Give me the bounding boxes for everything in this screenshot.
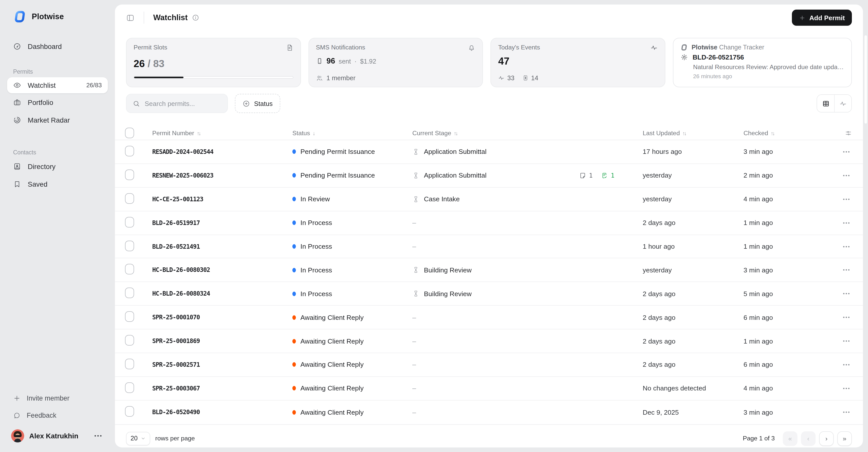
row-menu-button[interactable] [841,314,852,320]
permit-number: SPR-25-0002571 [152,361,292,368]
row-checkbox[interactable] [125,217,134,227]
receipt-icon [522,75,528,81]
row-menu-button[interactable] [841,244,852,250]
status-label: Awaiting Client Reply [301,337,364,345]
table-row[interactable]: RESADD-2024-002544Pending Permit Issuanc… [115,140,863,164]
column-settings-icon[interactable] [845,130,852,137]
sidebar-item-label: Saved [28,180,48,188]
previous-page-button[interactable]: ‹ [801,431,815,446]
row-menu-button[interactable] [841,291,852,297]
last-updated-cell: 2 days ago [643,290,744,298]
briefcase-icon [13,98,21,107]
row-menu-button[interactable] [841,386,852,392]
first-page-button[interactable]: « [783,431,798,446]
row-checkbox[interactable] [125,241,134,251]
last-updated-cell: 2 days ago [643,361,744,368]
select-all-checkbox[interactable] [125,128,134,138]
hourglass-icon [412,266,420,274]
scrollbar-thumb[interactable] [865,35,867,123]
row-checkbox[interactable] [125,146,134,157]
permit-number: SPR-25-0003067 [152,385,292,392]
column-header-status[interactable]: Status↓ [292,130,412,137]
table-row[interactable]: BLD-26-0521491In Process–1 hour ago1 min… [115,235,863,258]
stage-label: Building Review [424,266,471,274]
column-header-last-updated[interactable]: Last Updated↑↓ [643,130,744,137]
rows-per-page-select[interactable]: 20 [126,431,150,445]
approved-badge[interactable]: 1 [601,172,615,179]
row-checkbox[interactable] [125,311,134,322]
sidebar-item-portfolio[interactable]: Portfolio [7,94,108,111]
card-title: Permit Slots [133,44,167,51]
add-permit-button[interactable]: Add Permit [792,9,852,26]
column-header-checked[interactable]: Checked↑↓ [744,130,836,137]
user-account[interactable]: Alex Katrukhin [7,426,108,446]
table-row[interactable]: BLD-26-0520490Awaiting Client Reply–Dec … [115,400,863,424]
row-menu-button[interactable] [841,149,852,155]
stat-cards: Permit Slots 26 / 83 SMS Notifications [126,38,852,87]
checked-cell: 3 min ago [744,148,836,156]
row-checkbox[interactable] [125,169,134,180]
table-row[interactable]: SPR-25-0002571Awaiting Client Reply–2 da… [115,353,863,377]
row-checkbox[interactable] [125,193,134,203]
row-menu-button[interactable] [841,267,852,273]
sort-icon: ↑↓ [454,130,457,136]
row-menu-button[interactable] [841,196,852,202]
info-icon[interactable] [192,14,199,21]
row-menu-button[interactable] [841,409,852,415]
row-menu-button[interactable] [841,362,852,368]
table-row[interactable]: HC-BLD-26-0080302In ProcessBuilding Revi… [115,258,863,282]
user-menu-button[interactable] [90,433,106,439]
row-checkbox[interactable] [125,383,134,393]
sidebar-item-market-radar[interactable]: Market Radar [7,112,108,129]
checked-cell: 1 min ago [744,337,836,345]
column-header-permit-number[interactable]: Permit Number↑↓ [152,130,292,137]
plus-icon [799,15,805,21]
last-page-button[interactable]: » [837,431,852,446]
table-row[interactable]: SPR-25-0001869Awaiting Client Reply–2 da… [115,330,863,353]
status-dot [292,291,296,296]
sms-cost: $1.92 [360,57,376,65]
table-row[interactable]: BLD-26-0519917In Process–2 days ago1 min… [115,211,863,235]
permit-number: HC-CE-25-001123 [152,196,292,202]
tracker-brand: Plotwise [691,44,717,51]
sidebar-item-watchlist[interactable]: Watchlist 26/83 [7,77,108,93]
status-filter-button[interactable]: Status [235,94,280,113]
status-label: In Process [301,219,332,226]
row-menu-button[interactable] [841,172,852,178]
sidebar-item-saved[interactable]: Saved [7,175,108,193]
row-menu-button[interactable] [841,338,852,344]
eye-icon [13,81,21,89]
row-checkbox[interactable] [125,264,134,275]
next-page-button[interactable]: › [819,431,834,446]
stage-empty: – [412,219,416,226]
row-menu-button[interactable] [841,220,852,226]
table-row[interactable]: HC-CE-25-001123In ReviewCase Intakeyeste… [115,188,863,211]
table-row[interactable]: HC-BLD-26-0080324In ProcessBuilding Revi… [115,282,863,306]
sidebar-toggle-icon[interactable] [126,13,134,22]
row-checkbox[interactable] [125,335,134,345]
table-view-button[interactable] [817,95,834,112]
search-box[interactable] [126,94,228,113]
permit-number: BLD-26-0519917 [152,219,292,226]
plotwise-logo-icon [13,10,26,23]
table-row[interactable]: SPR-25-0001070Awaiting Client Reply–2 da… [115,306,863,330]
column-header-current-stage[interactable]: Current Stage↑↓ [412,130,643,137]
status-label: Awaiting Client Reply [301,385,364,392]
sidebar-item-dashboard[interactable]: Dashboard [7,38,108,55]
change-tracker-card[interactable]: Plotwise Change Tracker BLD-26-0521756 N… [673,38,852,87]
sidebar-item-directory[interactable]: Directory [7,158,108,175]
row-checkbox[interactable] [125,288,134,299]
feedback-button[interactable]: Feedback [7,406,108,424]
search-input[interactable] [145,100,215,107]
invite-member-button[interactable]: Invite member [7,390,108,406]
notes-badge[interactable]: 1 [579,172,592,179]
activity-view-button[interactable] [834,95,851,112]
last-updated-cell: yesterday [643,172,744,179]
table-row[interactable]: RESNEW-2025-006023Pending Permit Issuanc… [115,164,863,188]
stage-empty: – [412,337,416,345]
status-dot [292,386,296,391]
table-row[interactable]: SPR-25-0003067Awaiting Client Reply–No c… [115,377,863,400]
row-checkbox[interactable] [125,406,134,417]
checked-cell: 5 min ago [744,290,836,298]
row-checkbox[interactable] [125,359,134,369]
